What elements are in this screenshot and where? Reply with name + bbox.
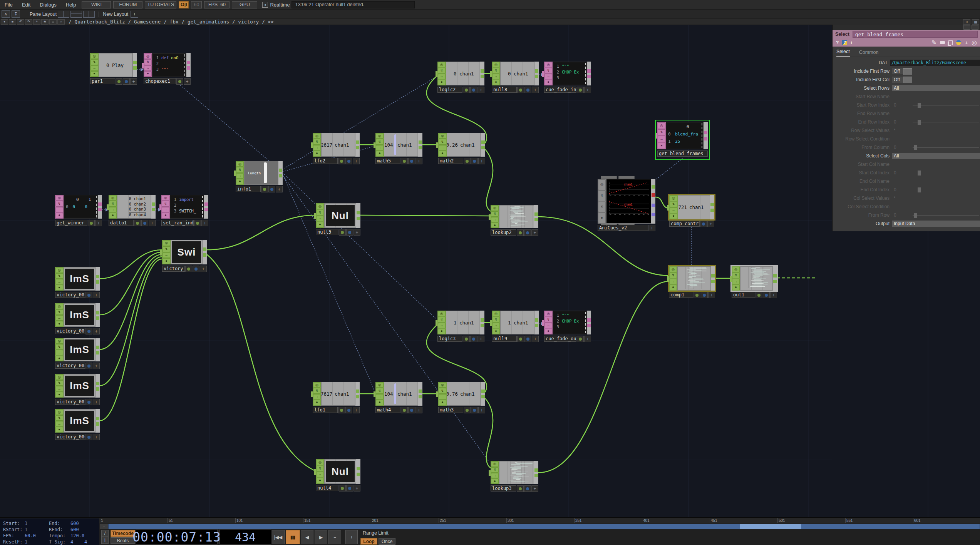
param-slider-handle[interactable] [914, 145, 917, 150]
node-input-connector[interactable] [436, 142, 438, 148]
export-flag-icon[interactable]: → [438, 74, 446, 79]
bypass-flag-icon[interactable]: ↯ [670, 202, 677, 207]
step-forward-button[interactable]: ▶ [315, 530, 327, 544]
export-flag-icon[interactable]: → [55, 279, 63, 284]
bypass-flag-icon[interactable]: ↯ [491, 467, 499, 473]
cook-flag-icon[interactable]: ● [313, 151, 321, 156]
cook-flag-icon[interactable]: ● [55, 427, 63, 432]
export-flag-icon[interactable]: → [55, 207, 63, 212]
tutorials-button[interactable]: TUTORIALS [145, 1, 176, 8]
pause-button[interactable]: ▮▮ [286, 530, 300, 544]
viewer-flag-button[interactable] [577, 336, 584, 342]
clone-flag-button[interactable] [471, 407, 478, 413]
once-button[interactable]: Once [379, 538, 395, 545]
beats-mode-button[interactable]: Beats [111, 537, 135, 544]
param-slider-handle[interactable] [918, 103, 921, 108]
clone-flag-button[interactable] [524, 485, 531, 492]
node-output-connector[interactable] [711, 280, 715, 283]
frame-plus-button[interactable]: + [345, 530, 358, 544]
node-input-connector[interactable] [159, 204, 161, 210]
timeline-ruler[interactable]: 151101151201251301351401451501551601 [99, 518, 980, 523]
export-flag-icon[interactable]: → [313, 394, 321, 400]
node-output-connector[interactable] [652, 204, 655, 207]
node-null9[interactable]: ◎↯→●1 chan1null9+ [492, 311, 539, 334]
bypass-flag-icon[interactable]: ↯ [491, 211, 499, 217]
node-output-connector[interactable] [710, 203, 714, 206]
node-output-connector[interactable] [535, 75, 538, 78]
viewer-flag-button[interactable] [338, 158, 345, 164]
node-output-connector[interactable] [419, 390, 422, 393]
node-output-connector[interactable] [710, 209, 714, 212]
node-add-button[interactable]: + [93, 399, 100, 405]
node-name-cue_fade_in[interactable]: cue_fade_in [544, 87, 576, 93]
add-parameter-icon[interactable]: + [965, 39, 968, 46]
node-add-button[interactable]: + [353, 158, 360, 164]
param-dat-path-field[interactable]: /Quarterback_Blitz/Gamescene [890, 60, 980, 66]
param-slider-handle[interactable] [914, 213, 917, 218]
clone-flag-button[interactable] [470, 87, 477, 93]
node-datto1[interactable]: ◎↯→●0 chan10 chan20 chan30 chan4datto1+ [109, 195, 156, 219]
cook-flag-icon[interactable]: ● [439, 151, 446, 156]
node-math4[interactable]: ◎↯→●104chan1math4+ [375, 382, 422, 406]
viewer-flag-button[interactable] [517, 229, 524, 236]
viewer-flag-icon[interactable]: ◎ [438, 311, 446, 316]
node-input-connector[interactable] [311, 391, 313, 397]
node-add-button[interactable]: + [93, 434, 100, 440]
export-flag-icon[interactable]: ✕ [598, 202, 606, 212]
node-output-connector[interactable] [203, 247, 206, 251]
node-name-comp_control1[interactable]: comp_control1 [669, 221, 700, 227]
clone-flag-button[interactable] [85, 292, 92, 298]
viewer-flag-icon[interactable]: ◎ [55, 338, 63, 344]
viewer-flag-icon[interactable]: ◎ [162, 240, 170, 246]
node-name-lfo2[interactable]: lfo2 [313, 158, 338, 164]
bypass-flag-icon[interactable]: ↯ [236, 167, 244, 172]
node-add-button[interactable]: + [95, 220, 102, 226]
cook-flag-icon[interactable]: ● [109, 213, 117, 218]
node-add-button[interactable]: + [477, 336, 484, 342]
node-add-button[interactable]: + [531, 229, 538, 236]
node-name-null4[interactable]: null4 [316, 485, 338, 491]
component-tab[interactable] [601, 176, 617, 179]
cook-flag-icon[interactable]: ● [55, 356, 63, 361]
node-out1[interactable]: ◎↯→●out1+ [732, 266, 777, 291]
viewer-flag-button[interactable] [694, 292, 700, 298]
viewer-flag-button[interactable] [194, 220, 201, 226]
viewer-flag-icon[interactable]: ◎ [669, 267, 677, 272]
node-output-connector[interactable] [481, 318, 484, 322]
node-name-chopexec1[interactable]: chopexec1 [144, 78, 176, 84]
tab-select[interactable]: Select [836, 49, 850, 57]
node-lfo2[interactable]: ◎↯→●0.2617chan1lfo2+ [313, 133, 360, 157]
add-icon[interactable]: + [33, 19, 40, 25]
node-comp_control1[interactable]: ◎↯→●0.9721chan1comp_control1+ [669, 195, 714, 219]
viewer-flag-icon[interactable]: ◎ [491, 461, 499, 467]
node-output-connector[interactable] [419, 395, 422, 398]
cook-flag-icon[interactable]: ● [491, 222, 499, 228]
export-flag-icon[interactable]: → [55, 421, 63, 426]
viewer-flag-button[interactable] [261, 186, 268, 192]
clone-flag-button[interactable] [471, 158, 478, 164]
viewer-flag-icon[interactable]: ◎ [144, 53, 152, 59]
node-output-connector[interactable] [419, 140, 422, 144]
menu-file[interactable]: File [0, 2, 17, 8]
param-toggle-include-first-row[interactable]: Off [892, 68, 903, 74]
clone-flag-button[interactable] [268, 186, 275, 192]
layout-thumb-split-h[interactable] [70, 11, 82, 18]
node-output-connector[interactable] [152, 208, 155, 211]
comment-icon[interactable] [940, 41, 945, 44]
node-comp1[interactable]: ◎↯→●comp1+ [669, 266, 715, 291]
cook-flag-icon[interactable]: ● [492, 80, 500, 85]
clone-flag-button[interactable] [345, 407, 352, 413]
cook-flag-icon[interactable]: ● [90, 71, 98, 77]
bypass-flag-icon[interactable]: ↯ [55, 273, 63, 279]
node-input-connector[interactable] [311, 142, 313, 148]
node-name-cue_fade_out[interactable]: cue_fade_out [544, 336, 576, 342]
export-flag-icon[interactable]: → [492, 323, 500, 328]
node-name-lookup2[interactable]: lookup2 [491, 229, 516, 236]
clone-flag-button[interactable] [524, 336, 531, 342]
node-input-connector[interactable] [489, 470, 491, 476]
export-flag-icon[interactable]: → [492, 74, 500, 79]
export-flag-icon[interactable]: → [55, 386, 63, 391]
param-slider-track[interactable] [913, 173, 979, 173]
viewer-flag-button[interactable] [756, 292, 762, 298]
export-flag-icon[interactable]: → [236, 173, 244, 179]
